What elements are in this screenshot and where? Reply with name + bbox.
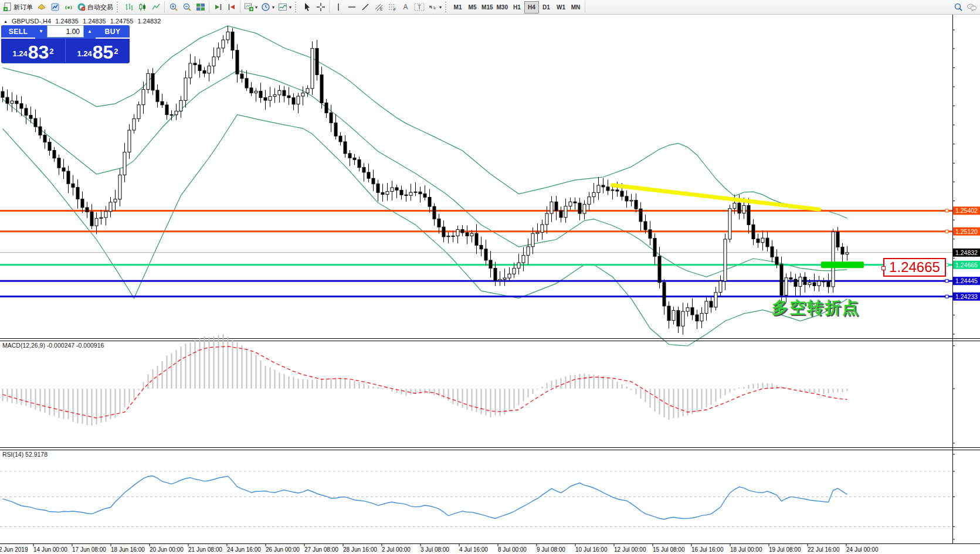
- turning-point-annotation[interactable]: 多空转折点: [772, 297, 860, 319]
- horizontal-line-button[interactable]: [345, 1, 358, 13]
- fibonacci-button[interactable]: F: [385, 1, 399, 13]
- autotrading-icon: [77, 2, 86, 12]
- macd-indicator-label: MACD(12,26,9) -0.000247 -0.000916: [2, 342, 104, 349]
- date-label: 9 Jul 08:00: [537, 546, 565, 553]
- price-callout-box[interactable]: 1.24665: [883, 258, 946, 277]
- svg-text:T: T: [418, 4, 421, 11]
- autotrading-label: 自动交易: [87, 3, 113, 12]
- date-label: 28 Jun 16:00: [343, 546, 377, 553]
- candlestick-chart-button[interactable]: [135, 1, 149, 13]
- chart-window: 1.278651.276101.273501.270901.268301.265…: [0, 15, 980, 554]
- zoom-in-button[interactable]: [167, 1, 180, 13]
- vertical-line-button[interactable]: [331, 1, 345, 13]
- hline-handle[interactable]: [945, 280, 948, 283]
- text-button[interactable]: A: [399, 1, 412, 13]
- text-label-button[interactable]: T: [412, 1, 426, 13]
- cursor-button[interactable]: [300, 1, 314, 13]
- date-label: 17 Jun 08:00: [72, 546, 106, 553]
- date-label: 12 Jul 00:00: [614, 546, 646, 553]
- tile-windows-icon: [196, 2, 205, 12]
- signals-button[interactable]: [62, 1, 75, 13]
- date-label: 8 Jul 00:00: [498, 546, 527, 553]
- timeframe-w1-button[interactable]: W1: [554, 1, 568, 13]
- date-label: 26 Jun 00:00: [266, 546, 300, 553]
- tile-windows-button[interactable]: [194, 1, 207, 13]
- volume-stepper: ▼ 1.00 ▲: [35, 25, 96, 39]
- ohlc-high: 1.24835: [83, 18, 106, 25]
- auto-scroll-button[interactable]: [225, 1, 238, 13]
- date-label: 18 Jul 00:00: [730, 546, 762, 553]
- timeframe-m1-button[interactable]: M1: [450, 1, 465, 13]
- signals-icon: [64, 2, 73, 12]
- market-button[interactable]: [48, 1, 62, 13]
- timeframe-m5-button[interactable]: M5: [465, 1, 480, 13]
- toolbar-separator: [209, 1, 209, 13]
- profiles-button[interactable]: ▾: [259, 1, 276, 13]
- metaeditor-icon: [37, 2, 46, 12]
- green-highlight-bar[interactable]: [821, 261, 864, 268]
- sell-price-pip: 2: [49, 43, 53, 60]
- new-order-button[interactable]: 新订单: [1, 1, 35, 13]
- symbol-name: GBPUSD-,H4: [12, 18, 51, 25]
- buy-price-small: 1.24: [77, 48, 91, 60]
- sell-button[interactable]: SELL: [1, 25, 35, 39]
- bar-chart-icon: [124, 2, 134, 12]
- metaeditor-button[interactable]: [35, 1, 48, 13]
- timeframe-d1-button[interactable]: D1: [539, 1, 554, 13]
- crosshair-icon: [316, 2, 325, 12]
- chat-button[interactable]: [965, 1, 979, 13]
- date-label: 20 Jun 00:00: [150, 546, 184, 553]
- timeframe-m15-button[interactable]: M15: [480, 1, 494, 13]
- timeframe-mn-button[interactable]: MN: [568, 1, 583, 13]
- svg-text:1.24665: 1.24665: [955, 261, 978, 268]
- search-button[interactable]: [951, 1, 965, 13]
- crosshair-button[interactable]: [314, 1, 327, 13]
- symbol-header: ▲ GBPUSD-,H4 1.24835 1.24835 1.24755 1.2…: [4, 18, 161, 25]
- date-label: 15 Jul 08:00: [653, 546, 685, 553]
- date-label: 4 Jul 16:00: [459, 546, 488, 553]
- toolbar-grip[interactable]: [117, 2, 120, 12]
- buy-button[interactable]: BUY: [96, 25, 130, 39]
- price-chart-canvas: 1.278651.276101.273501.270901.268301.265…: [0, 15, 980, 554]
- hline-handle[interactable]: [945, 209, 948, 212]
- sell-price[interactable]: 1.24 83 2: [1, 39, 66, 62]
- date-label: 2 Jul 00:00: [382, 546, 411, 553]
- trendline-icon: [361, 2, 370, 12]
- symbol-collapse-icon[interactable]: ▲: [4, 19, 8, 23]
- timeframe-h4-button[interactable]: H4: [524, 1, 539, 13]
- zoom-out-button[interactable]: [180, 1, 194, 13]
- timeframe-h1-button[interactable]: H1: [510, 1, 524, 13]
- svg-text:F: F: [394, 8, 396, 12]
- chart-shift-button[interactable]: [211, 1, 225, 13]
- trendline-button[interactable]: [358, 1, 372, 13]
- ohlc-open: 1.24835: [55, 18, 79, 25]
- auto-scroll-icon: [227, 2, 236, 12]
- profiles-icon: [261, 2, 270, 12]
- arrows-button[interactable]: ▾: [426, 1, 443, 13]
- volume-input[interactable]: 1.00: [47, 25, 84, 38]
- chevron-down-icon: ▾: [289, 5, 291, 10]
- new-chart-button[interactable]: ▾: [242, 1, 259, 13]
- svg-text:1.25402: 1.25402: [955, 207, 978, 214]
- bar-chart-button[interactable]: [122, 1, 135, 13]
- candlestick-chart-icon: [138, 2, 147, 12]
- toolbar-grip[interactable]: [295, 2, 299, 12]
- hline-handle[interactable]: [945, 230, 948, 233]
- cursor-icon: [303, 2, 312, 12]
- timeframe-m30-button[interactable]: M30: [495, 1, 510, 13]
- volume-increase-button[interactable]: ▲: [84, 25, 96, 38]
- equidistant-channel-button[interactable]: E: [372, 1, 385, 13]
- toolbar-separator: [329, 1, 330, 13]
- indicators-button[interactable]: ▾: [276, 1, 293, 13]
- autotrading-button[interactable]: 自动交易: [75, 1, 115, 13]
- date-label: 10 Jul 16:00: [575, 546, 608, 553]
- buy-price[interactable]: 1.24 85 2: [66, 39, 130, 62]
- toolbar-separator: [240, 1, 240, 13]
- volume-decrease-button[interactable]: ▼: [35, 25, 47, 38]
- date-label: 27 Jun 08:00: [304, 546, 338, 553]
- hline-handle[interactable]: [945, 295, 948, 298]
- svg-text:1.25120: 1.25120: [955, 228, 978, 235]
- line-chart-button[interactable]: [149, 1, 162, 13]
- toolbar-grip[interactable]: [445, 2, 449, 12]
- svg-text:0: 0: [957, 15, 960, 16]
